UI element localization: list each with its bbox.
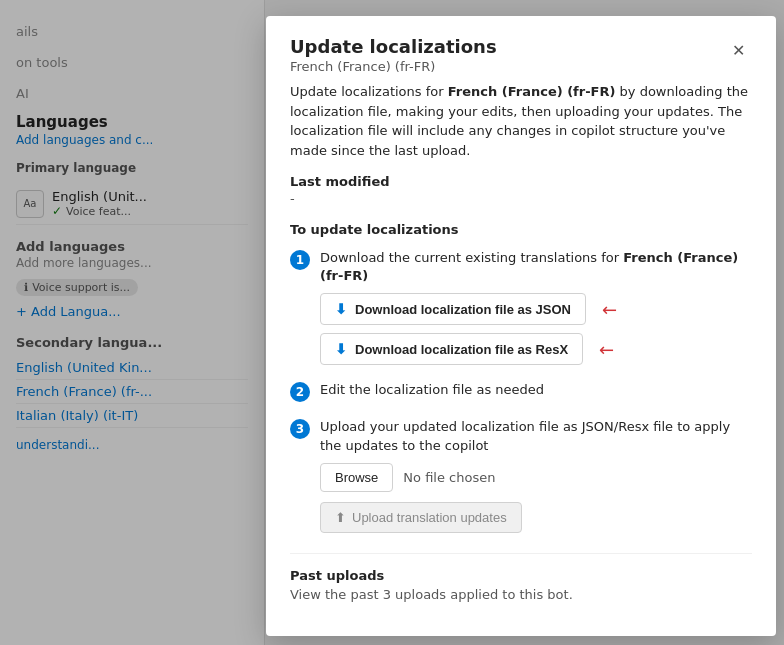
- red-arrow-json: ←: [602, 299, 617, 320]
- step-2-number: 2: [290, 382, 310, 402]
- download-icon-2: ⬇: [335, 341, 347, 357]
- upload-translation-button[interactable]: ⬆ Upload translation updates: [320, 502, 522, 533]
- step-3-number: 3: [290, 419, 310, 439]
- no-file-text: No file chosen: [403, 470, 495, 485]
- download-json-btn[interactable]: ⬇ Download localization file as JSON: [320, 293, 586, 325]
- browse-section: Browse No file chosen: [320, 463, 752, 492]
- download-icon-1: ⬇: [335, 301, 347, 317]
- step-2-text: Edit the localization file as needed: [320, 381, 544, 399]
- step-1-number: 1: [290, 250, 310, 270]
- step-1-text: Download the current existing translatio…: [320, 249, 752, 285]
- step-1: 1 Download the current existing translat…: [290, 249, 752, 365]
- last-modified-label: Last modified: [290, 174, 752, 189]
- past-uploads-section: Past uploads View the past 3 uploads app…: [290, 553, 752, 602]
- past-uploads-label: Past uploads: [290, 568, 752, 583]
- download-resx-btn[interactable]: ⬇ Download localization file as ResX: [320, 333, 583, 365]
- update-localizations-modal: Update localizations French (France) (fr…: [266, 16, 776, 636]
- modal-body: Update localizations for French (France)…: [266, 82, 776, 636]
- past-uploads-text: View the past 3 uploads applied to this …: [290, 587, 752, 602]
- modal-subtitle: French (France) (fr-FR): [290, 59, 497, 74]
- download-resx-row: ⬇ Download localization file as ResX ←: [320, 333, 752, 365]
- step-1-buttons: ⬇ Download localization file as JSON ← ⬇…: [320, 293, 752, 365]
- download-json-row: ⬇ Download localization file as JSON ←: [320, 293, 752, 325]
- step-1-header: 1 Download the current existing translat…: [290, 249, 752, 285]
- modal-header: Update localizations French (France) (fr…: [266, 16, 776, 82]
- modal-title: Update localizations: [290, 36, 497, 57]
- step-2: 2 Edit the localization file as needed: [290, 381, 752, 402]
- to-update-label: To update localizations: [290, 222, 752, 237]
- step-3-header: 3 Upload your updated localization file …: [290, 418, 752, 454]
- upload-icon: ⬆: [335, 510, 346, 525]
- modal-close-button[interactable]: ✕: [724, 36, 752, 64]
- last-modified-value: -: [290, 191, 752, 206]
- browse-button[interactable]: Browse: [320, 463, 393, 492]
- step-3: 3 Upload your updated localization file …: [290, 418, 752, 532]
- step-3-text: Upload your updated localization file as…: [320, 418, 752, 454]
- intro-text: Update localizations for French (France)…: [290, 82, 752, 160]
- step-2-header: 2 Edit the localization file as needed: [290, 381, 752, 402]
- red-arrow-resx: ←: [599, 339, 614, 360]
